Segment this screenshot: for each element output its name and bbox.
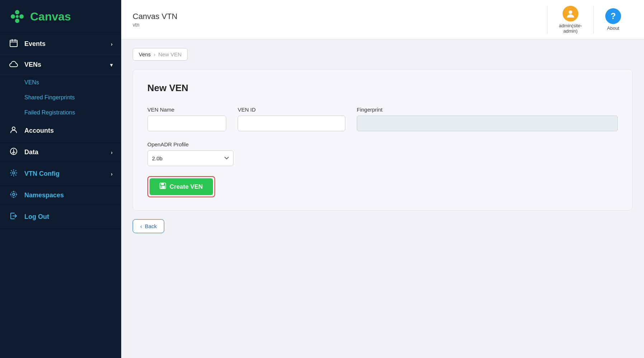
logout-icon [9,212,19,222]
svg-point-12 [13,193,15,196]
header-title-block: Canvas VTN vtn [133,12,547,28]
data-label: Data [24,149,38,156]
fingerprint-label: Fingerprint [357,107,618,113]
sidebar-item-data[interactable]: Data › [0,142,121,163]
back-arrow-icon: ‹ [140,223,142,229]
create-ven-wrapper: Create VEN [147,176,215,197]
save-icon [160,183,166,191]
accounts-label: Accounts [24,127,54,135]
canvas-logo-icon [9,8,26,25]
svg-point-1 [15,19,19,23]
svg-point-2 [11,14,15,19]
sidebar-item-vtn-config[interactable]: VTN Config › [0,163,121,185]
back-label: Back [145,223,157,229]
vtn-config-icon [9,169,19,179]
sidebar-item-namespaces[interactable]: Namespaces [0,185,121,206]
ven-id-label: VEN ID [238,107,345,113]
ven-name-input[interactable] [147,116,226,131]
svg-point-11 [13,172,15,174]
data-arrow: › [111,150,113,155]
fingerprint-field: Fingerprint [357,107,618,131]
openadr-field: OpenADR Profile 2.0b 2.0a [147,141,233,166]
breadcrumb: Vens › New VEN [133,48,188,61]
ven-id-field: VEN ID [238,107,345,131]
shared-fingerprints-label: Shared Fingerprints [24,94,75,101]
svg-point-3 [19,14,24,19]
vens-label: VENs [24,61,41,69]
events-arrow: › [111,41,113,47]
breadcrumb-current: New VEN [158,51,181,57]
vens-sub-label: VENs [24,79,39,86]
openadr-label: OpenADR Profile [147,141,233,147]
form-card: New VEN VEN Name VEN ID Fingerprint Op [133,69,633,211]
vtn-config-label: VTN Config [24,170,60,178]
header-subtitle: vtn [133,22,547,28]
main-content: Canvas VTN vtn admin(site-admin) ? About [121,0,644,358]
form-title: New VEN [147,83,618,94]
svg-rect-17 [161,186,165,188]
svg-rect-5 [10,40,17,47]
ven-id-input[interactable] [238,116,345,131]
header-actions: admin(site-admin) ? About [547,6,633,34]
svg-rect-16 [161,183,164,185]
events-icon [9,39,19,49]
create-ven-label: Create VEN [170,183,203,190]
user-menu[interactable]: admin(site-admin) [547,6,594,34]
ven-name-field: VEN Name [147,107,226,131]
ven-name-label: VEN Name [147,107,226,113]
page-content: Vens › New VEN New VEN VEN Name VEN ID F… [121,39,644,358]
breadcrumb-separator: › [153,51,155,57]
form-row-1: VEN Name VEN ID Fingerprint [147,107,618,131]
sidebar-item-accounts[interactable]: Accounts [0,120,121,142]
events-label: Events [24,40,46,48]
header: Canvas VTN vtn admin(site-admin) ? About [121,0,644,39]
vens-icon [9,61,19,69]
sidebar-item-logout[interactable]: Log Out [0,206,121,228]
breadcrumb-vens[interactable]: Vens [139,51,151,57]
logout-label: Log Out [24,213,49,221]
vtn-config-arrow: › [111,171,113,177]
namespaces-label: Namespaces [24,192,64,199]
about-icon: ? [605,8,621,24]
svg-point-14 [569,10,572,14]
svg-point-13 [11,192,16,197]
namespaces-icon [9,190,19,200]
svg-rect-18 [161,186,162,188]
user-avatar [563,6,578,22]
failed-registrations-label: Failed Registrations [24,109,75,116]
sidebar: Canvas Events › VENs ▾ VENs Shared Finge… [0,0,121,358]
svg-point-4 [16,15,19,18]
vens-arrow: ▾ [110,62,113,68]
sidebar-logo: Canvas [0,0,121,33]
svg-point-0 [15,10,19,14]
about-label: About [607,25,619,31]
sidebar-item-shared-fingerprints[interactable]: Shared Fingerprints [0,90,121,105]
sidebar-item-vens[interactable]: VENs ▾ [0,55,121,75]
data-icon [9,147,19,157]
back-button[interactable]: ‹ Back [133,219,164,233]
header-title: Canvas VTN [133,12,547,21]
user-label: admin(site-admin) [559,23,582,34]
openadr-select[interactable]: 2.0b 2.0a [147,150,233,166]
fingerprint-input [357,116,618,131]
sidebar-item-events[interactable]: Events › [0,33,121,55]
about-menu[interactable]: ? About [594,8,633,31]
sidebar-item-vens-sub[interactable]: VENs [0,75,121,90]
create-ven-button[interactable]: Create VEN [150,178,213,195]
sidebar-item-failed-registrations[interactable]: Failed Registrations [0,105,121,120]
accounts-icon [9,126,19,136]
svg-point-9 [12,127,15,130]
app-title: Canvas [30,10,71,23]
